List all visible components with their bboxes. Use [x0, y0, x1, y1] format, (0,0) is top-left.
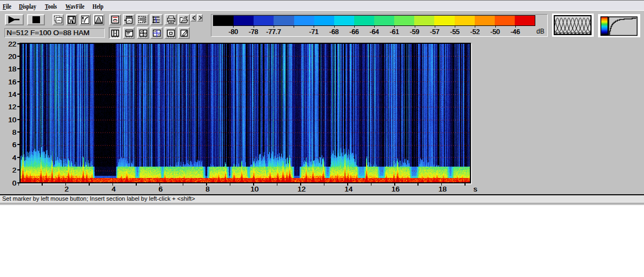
- svg-text:s: s: [157, 17, 161, 23]
